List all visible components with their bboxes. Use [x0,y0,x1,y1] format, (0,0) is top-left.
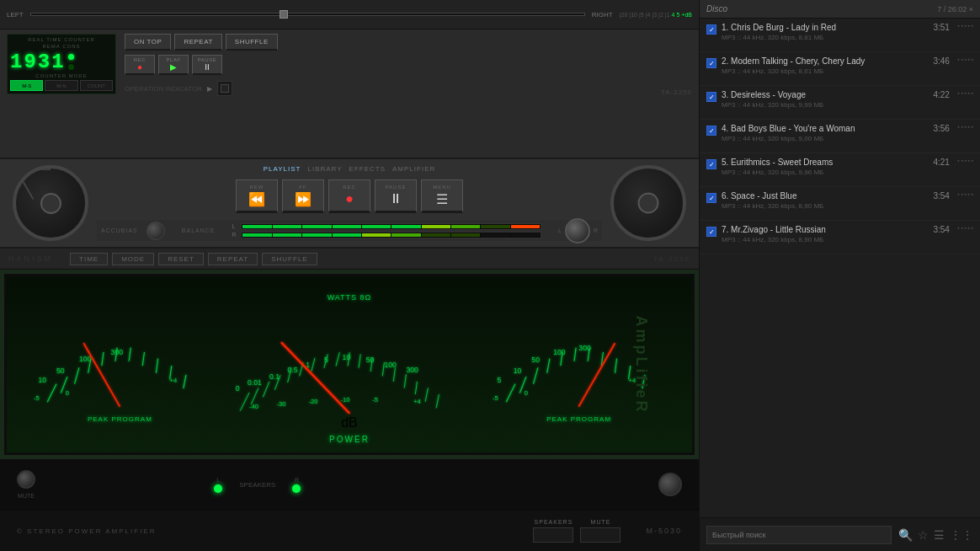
balance-knob[interactable] [565,218,590,243]
svg-line-36 [436,394,439,408]
svg-text:0.01: 0.01 [248,378,262,387]
operation-row: OPERATION INDICATOR ▶ TA-2250 [125,81,692,96]
playlist-checkbox-3[interactable] [706,92,716,102]
pl-title-7: 7. Mr.Zivago - Little Russian [722,225,928,234]
search-footer-icon[interactable]: 🔍 [898,528,913,542]
vu-bar-left [241,223,541,230]
list-footer-icon[interactable]: ⋮⋮ [950,528,973,542]
svg-line-57 [547,359,550,373]
left-speaker-led [214,484,222,493]
pl-duration-6: 3:54 [933,191,949,201]
counter-mode-label: COUNTER MODE [10,73,113,78]
counter-mode-ms[interactable]: M-S [10,80,43,91]
balance-right-label: RIGHT [592,11,613,19]
db-marks: |20 |10 |5 |4 |3 |2 |1 4 5 +dB [620,12,692,18]
mute-btn-group: MUTE [580,519,620,543]
play-button[interactable]: PLAY ▶ [158,55,189,75]
rew-big-button[interactable]: REW ⏪ [236,179,278,213]
pause-big-button[interactable]: PAUSE ⏸ [375,179,417,213]
search-box[interactable] [706,526,892,544]
pl-info-6: 6. Space - Just Blue MP3 :: 44 kHz, 320 … [722,191,928,210]
tape-machine: PLAYLIST LIBRARY EFFECTS AMPLIFIER REW ⏪… [0,158,699,249]
speakers-led-section: L SPEAKERS R [214,477,301,493]
accubias-knob[interactable] [146,222,165,240]
playlist-checkbox-1[interactable] [706,24,716,35]
playlist-checkbox-5[interactable] [706,159,716,169]
player-top-section: LEFT RIGHT |20 |10 |5 |4 |3 |2 |1 4 5 +d… [0,0,699,158]
ff-big-button[interactable]: FF ⏩ [282,179,324,213]
svg-text:5: 5 [498,376,502,384]
amp-knob-bottom-right [658,473,682,496]
menu-big-button[interactable]: MENU ☰ [421,179,463,213]
shuffle-button[interactable]: SHUFFLE [226,34,278,51]
playlist-item[interactable]: 5. Eurithmics - Sweet Dreams MP3 :: 44 k… [700,153,980,187]
repeat-bottom-button[interactable]: REPEAT [208,253,258,265]
mode-button[interactable]: MODE [112,253,154,265]
svg-line-62 [615,359,617,373]
amp-vu-display: 10 50 100 300 -5 0 +4 PEAK PROGRAM WATTS… [4,274,695,455]
time-button[interactable]: TIME [70,253,108,265]
pause-big-icon: ⏸ [389,191,402,206]
pl-duration-3: 4:22 [933,90,949,99]
amplifier-section: 10 50 100 300 -5 0 +4 PEAK PROGRAM WATTS… [0,270,699,510]
pl-meta-1: MP3 :: 44 kHz, 320 kbps, 8,81 МБ [722,34,928,41]
svg-line-10 [184,375,186,388]
playlist-item[interactable]: 4. Bad Boys Blue - You're a Woman MP3 ::… [700,120,980,153]
counter-mode-count[interactable]: COUNT [80,80,113,91]
rec-big-button[interactable]: REC ● [328,179,370,213]
playlist-checkbox-6[interactable] [706,193,716,203]
pause-button[interactable]: PAUSE ⏸ [192,55,222,75]
library-label[interactable]: LIBRARY [307,165,342,173]
rec-button[interactable]: REC ● [125,55,155,75]
svg-line-29 [359,354,360,367]
playlist-item[interactable]: 1. Chris De Burg - Lady in Red MP3 :: 44… [700,19,980,52]
star-footer-icon[interactable]: ☆ [918,528,929,542]
svg-text:-5: -5 [34,394,40,402]
pl-meta-7: MP3 :: 44 kHz, 320 kbps, 8,90 МБ [722,236,928,243]
shuffle-bottom-button[interactable]: SHUFFLE [262,253,317,265]
playlist-checkbox-2[interactable] [706,58,716,68]
reset-button[interactable]: RESET [158,253,204,265]
pl-info-2: 2. Modern Talking - Chery, Chery Lady MP… [722,56,928,75]
svg-text:300: 300 [579,344,592,352]
svg-text:-40: -40 [249,403,258,410]
ff-icon: ⏩ [295,191,312,207]
balance-slider[interactable] [30,11,585,18]
mic-label-left: L [232,223,240,229]
mute-knob[interactable] [17,470,35,489]
op-square [221,84,229,93]
db-mark-2: |10 [629,12,637,18]
svg-text:50: 50 [56,366,65,375]
menu-footer-icon[interactable]: ☰ [934,528,945,542]
pl-info-1: 1. Chris De Burg - Lady in Red MP3 :: 44… [722,23,928,41]
controls-row: REAL TIME COUNTER REMA CONS 1931 COUNTER… [0,29,699,158]
counter-mode-mn[interactable]: M-N [45,80,77,91]
balance-thumb[interactable] [280,10,288,19]
search-input[interactable] [712,531,886,539]
pl-duration-7: 3:54 [933,225,949,234]
right-meter-svg: 5 10 50 100 300 -5 0 +4 [478,293,679,411]
playlist-checkbox-4[interactable] [706,126,716,136]
repeat-button[interactable]: REPEAT [174,34,221,51]
pause-icon: ⏸ [203,62,211,72]
db-mark-5: |3 [652,12,657,18]
playlist-checkbox-7[interactable] [706,227,716,237]
svg-text:50: 50 [532,356,541,364]
effects-label[interactable]: EFFECTS [349,165,386,173]
playlist-item[interactable]: 6. Space - Just Blue MP3 :: 44 kHz, 320 … [700,187,980,221]
playlist-label[interactable]: PLAYLIST [264,165,301,173]
balance-knob-group: L R [558,218,598,243]
playlist-item[interactable]: 3. Desireless - Voyage MP3 :: 44 kHz, 32… [700,86,980,120]
playlist-item[interactable]: 2. Modern Talking - Chery, Chery Lady MP… [700,52,980,86]
amplifier-label[interactable]: AMPLIFIER [392,165,435,173]
playlist-item[interactable]: 7. Mr.Zivago - Little Russian MP3 :: 44 … [700,221,980,254]
amp-rotary-knob[interactable] [658,473,682,496]
mute-button[interactable] [580,527,620,543]
vu-bars: L [232,223,541,238]
counter-box: REAL TIME COUNTER REMA CONS 1931 COUNTER… [7,34,116,94]
speakers-button[interactable] [533,527,573,543]
db-label: dB [341,415,358,431]
db-mark-6: |2 [658,12,663,18]
on-top-button[interactable]: ON TOP [125,34,171,51]
svg-line-4 [102,352,104,366]
